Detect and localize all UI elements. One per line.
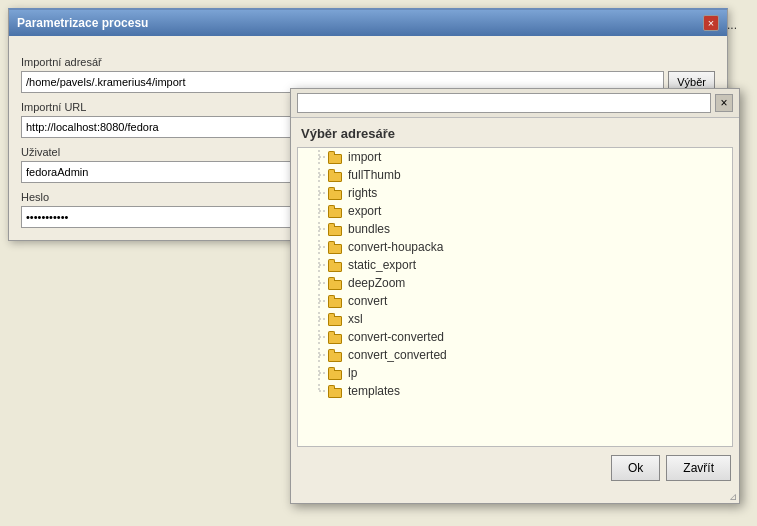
tree-item[interactable]: static_export bbox=[298, 256, 732, 274]
folder-name: xsl bbox=[348, 312, 363, 326]
picker-titlebar: × bbox=[291, 89, 739, 118]
picker-buttons: Ok Zavřít bbox=[291, 447, 739, 489]
folder-name: convert bbox=[348, 294, 387, 308]
picker-title: Výběr adresáře bbox=[291, 118, 739, 147]
tree-item[interactable]: export bbox=[298, 202, 732, 220]
tree-item[interactable]: xsl bbox=[298, 310, 732, 328]
tree-item[interactable]: lp bbox=[298, 364, 732, 382]
main-dialog-title: Parametrizace procesu bbox=[17, 16, 148, 30]
tree-item[interactable]: convert-converted bbox=[298, 328, 732, 346]
tree-item[interactable]: fullThumb bbox=[298, 166, 732, 184]
folder-name: rights bbox=[348, 186, 377, 200]
folder-name: convert-houpacka bbox=[348, 240, 443, 254]
importni-adresar-label: Importní adresář bbox=[21, 56, 715, 68]
tree-item[interactable]: bundles bbox=[298, 220, 732, 238]
tree-item[interactable]: import bbox=[298, 148, 732, 166]
picker-search-input[interactable] bbox=[297, 93, 711, 113]
tree-item[interactable]: templates bbox=[298, 382, 732, 400]
picker-dialog: × Výběr adresáře import fullThumb rights bbox=[290, 88, 740, 504]
tree-item[interactable]: convert bbox=[298, 292, 732, 310]
folder-name: convert-converted bbox=[348, 330, 444, 344]
folder-name: import bbox=[348, 150, 381, 164]
tree-item[interactable]: convert-houpacka bbox=[298, 238, 732, 256]
folder-name: lp bbox=[348, 366, 357, 380]
picker-ok-button[interactable]: Ok bbox=[611, 455, 660, 481]
main-dialog-titlebar: Parametrizace procesu × bbox=[9, 10, 727, 36]
picker-close-button[interactable]: × bbox=[715, 94, 733, 112]
tree-item[interactable]: convert_converted bbox=[298, 346, 732, 364]
main-dialog-close-button[interactable]: × bbox=[703, 15, 719, 31]
tree-item[interactable]: deepZoom bbox=[298, 274, 732, 292]
tree-item[interactable]: rights bbox=[298, 184, 732, 202]
folder-name: export bbox=[348, 204, 381, 218]
folder-name: convert_converted bbox=[348, 348, 447, 362]
picker-zavrit-button[interactable]: Zavřít bbox=[666, 455, 731, 481]
folder-name: deepZoom bbox=[348, 276, 405, 290]
folder-name: bundles bbox=[348, 222, 390, 236]
picker-tree[interactable]: import fullThumb rights export bundles bbox=[297, 147, 733, 447]
folder-name: fullThumb bbox=[348, 168, 401, 182]
folder-name: static_export bbox=[348, 258, 416, 272]
picker-resize-handle: ⊿ bbox=[291, 489, 739, 503]
folder-name: templates bbox=[348, 384, 400, 398]
